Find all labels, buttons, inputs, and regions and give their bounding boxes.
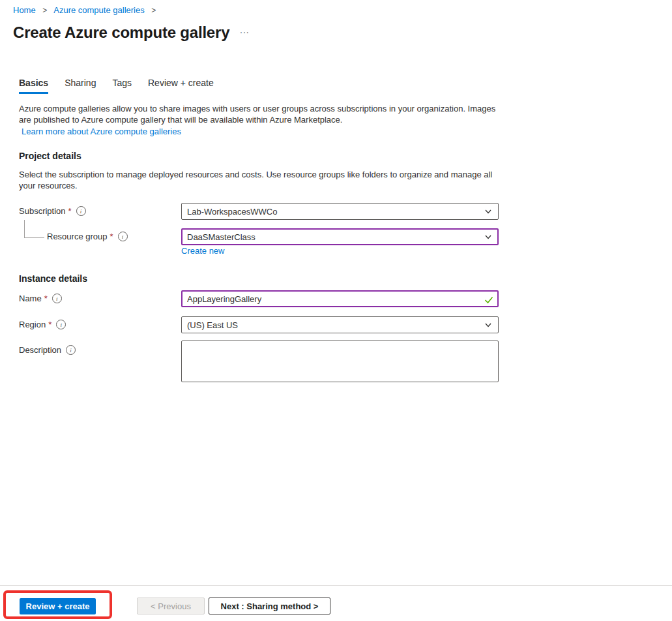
- project-details-heading: Project details: [19, 151, 81, 161]
- breadcrumb-separator-icon: >: [151, 6, 156, 15]
- description-label: Description i: [19, 345, 76, 355]
- breadcrumb-home-link[interactable]: Home: [13, 5, 36, 15]
- required-asterisk: *: [68, 206, 72, 216]
- region-label-text: Region: [19, 320, 46, 329]
- description-textarea[interactable]: [181, 341, 499, 382]
- resource-group-dropdown[interactable]: DaaSMasterClass: [181, 228, 499, 245]
- learn-more-link[interactable]: Learn more about Azure compute galleries: [22, 127, 181, 136]
- subscription-label: Subscription * i: [19, 206, 86, 216]
- review-create-button[interactable]: Review + create: [20, 598, 96, 614]
- chevron-down-icon: [484, 232, 493, 241]
- breadcrumb: Home > Azure compute galleries >: [13, 5, 160, 15]
- info-icon[interactable]: i: [118, 232, 128, 241]
- subscription-dropdown-value: Lab-WorkspacesWWCo: [187, 207, 484, 217]
- page-title: Create Azure compute gallery: [13, 23, 229, 42]
- info-icon[interactable]: i: [66, 345, 76, 355]
- resource-group-label: Resource group * i: [47, 232, 128, 241]
- name-field-wrapper: [181, 290, 499, 307]
- intro-text: Azure compute galleries allow you to sha…: [19, 103, 499, 125]
- field-hierarchy-connector: [24, 220, 44, 238]
- subscription-label-text: Subscription: [19, 206, 66, 216]
- previous-button[interactable]: < Previous: [137, 598, 205, 614]
- breadcrumb-separator-icon: >: [42, 6, 47, 15]
- name-label: Name * i: [19, 294, 62, 303]
- name-input[interactable]: [181, 290, 499, 307]
- tab-sharing[interactable]: Sharing: [65, 78, 96, 94]
- next-sharing-method-button[interactable]: Next : Sharing method >: [209, 598, 330, 614]
- footer-divider: [0, 585, 672, 586]
- info-icon[interactable]: i: [52, 294, 62, 303]
- info-icon[interactable]: i: [56, 320, 66, 329]
- create-new-link[interactable]: Create new: [181, 246, 224, 256]
- resource-group-dropdown-value: DaaSMasterClass: [187, 232, 484, 242]
- tab-basics[interactable]: Basics: [19, 78, 48, 94]
- valid-check-icon: [484, 295, 493, 307]
- subscription-dropdown[interactable]: Lab-WorkspacesWWCo: [181, 203, 499, 220]
- name-label-text: Name: [19, 294, 42, 303]
- project-details-description: Select the subscription to manage deploy…: [19, 169, 499, 191]
- region-dropdown-value: (US) East US: [187, 320, 484, 330]
- description-label-text: Description: [19, 345, 61, 355]
- tab-tags[interactable]: Tags: [112, 78, 132, 94]
- region-dropdown[interactable]: (US) East US: [181, 316, 499, 333]
- info-icon[interactable]: i: [76, 206, 86, 216]
- tab-bar: Basics Sharing Tags Review + create: [19, 78, 214, 94]
- chevron-down-icon: [484, 207, 493, 216]
- required-asterisk: *: [110, 232, 113, 241]
- instance-details-heading: Instance details: [19, 273, 87, 284]
- breadcrumb-galleries-link[interactable]: Azure compute galleries: [53, 5, 144, 15]
- region-label: Region * i: [19, 320, 66, 329]
- tab-review-create[interactable]: Review + create: [148, 78, 214, 94]
- required-asterisk: *: [44, 294, 48, 303]
- chevron-down-icon: [484, 320, 493, 329]
- required-asterisk: *: [48, 320, 51, 329]
- resource-group-label-text: Resource group: [47, 232, 108, 241]
- more-options-button[interactable]: ...: [240, 25, 250, 35]
